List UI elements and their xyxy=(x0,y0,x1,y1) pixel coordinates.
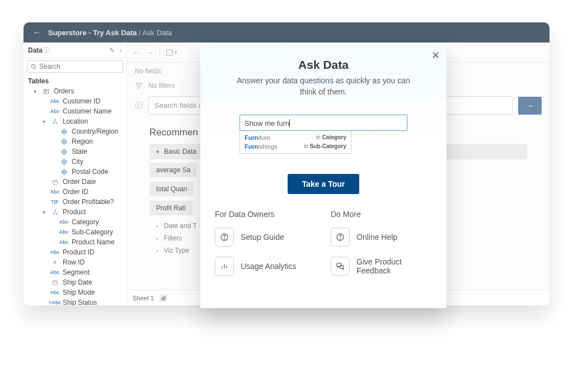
field-label: Customer Name xyxy=(63,107,111,115)
svg-rect-35 xyxy=(162,298,163,300)
field-category[interactable]: AbcCategory xyxy=(24,217,126,227)
close-button[interactable]: ✕ xyxy=(431,49,440,62)
abc-icon: Abc xyxy=(50,189,59,195)
field-customer-id[interactable]: AbcCustomer ID xyxy=(24,96,126,106)
field-sub-category[interactable]: AbcSub-Category xyxy=(24,227,126,237)
svg-point-44 xyxy=(340,238,340,239)
field-product-name[interactable]: AbcProduct Name xyxy=(24,237,126,247)
no-filters-label: No filters xyxy=(148,82,175,89)
field-product-id[interactable]: AbcProduct ID xyxy=(24,247,126,257)
tf-icon: T|F xyxy=(50,199,59,205)
globe-icon xyxy=(59,149,68,155)
field-label: Customer ID xyxy=(63,97,100,105)
edit-icon[interactable]: ✎ xyxy=(109,46,115,54)
back-arrow-icon[interactable]: ← xyxy=(32,28,41,37)
collapse-pane-icon[interactable]: ‹ xyxy=(120,46,122,54)
chevron-right-icon: › xyxy=(156,223,158,229)
field-label: Region xyxy=(72,138,93,145)
cal-icon xyxy=(50,179,59,185)
breadcrumb-sub: Ask Data xyxy=(143,29,172,37)
link-label: Give Product Feedback xyxy=(356,257,432,275)
chevron-right-icon: › xyxy=(156,235,158,242)
field-location[interactable]: ▾Location xyxy=(24,116,126,126)
svg-point-0 xyxy=(31,64,35,68)
field-label: State xyxy=(72,148,87,155)
titlebar: ← Superstore - Try Ask Data / Ask Data xyxy=(24,22,549,42)
suggestion-item[interactable]: Furniturein Category xyxy=(245,133,346,142)
field-label: Row ID xyxy=(63,258,84,266)
help-icon xyxy=(215,228,234,247)
do-more-column: Do More Online HelpGive Product Feedback xyxy=(331,210,432,286)
field-postal-code[interactable]: Postal Code xyxy=(24,167,126,177)
calcabc-icon: =Abc xyxy=(50,300,59,305)
breadcrumb-main[interactable]: Superstore - Try Ask Data xyxy=(48,29,137,37)
modal-subtitle: Answer your data questions as quickly as… xyxy=(237,75,410,98)
feedback-icon xyxy=(331,257,350,276)
hier-icon xyxy=(50,119,59,125)
field-order-date[interactable]: Order Date xyxy=(24,177,126,187)
link-label: Setup Guide xyxy=(241,233,284,242)
nav-forward-icon[interactable]: → xyxy=(146,48,154,57)
chevron-right-icon: › xyxy=(156,247,158,254)
abc-icon: Abc xyxy=(50,270,59,275)
svg-rect-23 xyxy=(53,180,57,184)
field-country-region[interactable]: Country/Region xyxy=(24,126,126,136)
table-icon xyxy=(41,88,50,95)
field-label: Product ID xyxy=(63,248,95,256)
nav-back-icon[interactable]: ← xyxy=(133,48,140,57)
caret-icon: ▾ xyxy=(43,119,47,125)
link-setup-guide[interactable]: Setup Guide xyxy=(215,228,316,247)
sidebar-search-input[interactable] xyxy=(39,63,119,70)
tables-header: Tables xyxy=(24,75,126,86)
abc-icon: Abc xyxy=(50,108,59,114)
column-title: Do More xyxy=(331,210,432,219)
link-label: Usage Analytics xyxy=(241,262,297,271)
for-data-owners-column: For Data Owners Setup GuideUsage Analyti… xyxy=(215,210,316,286)
viz-picker-icon[interactable]: ▾ xyxy=(166,49,177,56)
link-usage-analytics[interactable]: Usage Analytics xyxy=(215,257,316,276)
field-product[interactable]: ▾Product xyxy=(24,207,126,217)
help-icon xyxy=(331,228,350,247)
abc-icon: Abc xyxy=(59,219,68,225)
field-ship-status[interactable]: =AbcShip Status xyxy=(24,297,126,305)
info-icon[interactable]: ⓘ xyxy=(44,46,50,54)
field-row-id[interactable]: #Row ID xyxy=(24,257,126,267)
sheet-tab[interactable]: Sheet 1 xyxy=(133,295,154,301)
field-segment[interactable]: AbcSegment xyxy=(24,267,126,277)
field-ship-mode[interactable]: AbcShip Mode xyxy=(24,287,126,297)
svg-point-27 xyxy=(54,210,55,211)
arrow-right-icon: → xyxy=(526,101,534,110)
field-region[interactable]: Region xyxy=(24,136,126,147)
hier-icon xyxy=(50,209,59,215)
column-title: For Data Owners xyxy=(215,210,316,219)
field-ship-date[interactable]: Ship Date xyxy=(24,277,126,287)
field-city[interactable]: City xyxy=(24,157,126,167)
field-order-id[interactable]: AbcOrder ID xyxy=(24,187,126,197)
field-label: Ship Mode xyxy=(63,289,95,296)
field-state[interactable]: State xyxy=(24,147,126,157)
field-label: Product xyxy=(63,208,86,216)
add-viz-icon[interactable] xyxy=(159,294,167,302)
recommendation-pill[interactable]: average Sa xyxy=(149,163,197,177)
link-give-product-feedback[interactable]: Give Product Feedback xyxy=(331,257,432,276)
filter-icon[interactable] xyxy=(135,82,143,89)
field-label: Order ID xyxy=(63,188,88,196)
field-orders[interactable]: ▾Orders xyxy=(24,86,126,96)
recommendation-pill[interactable]: total Quan xyxy=(149,182,194,196)
field-customer-name[interactable]: AbcCustomer Name xyxy=(24,106,126,116)
field-order-profitable-[interactable]: T|FOrder Profitable? xyxy=(24,197,126,207)
recommendation-pill[interactable]: Profit Rati xyxy=(149,201,192,215)
chevron-down-icon: ▾ xyxy=(156,148,159,155)
info-icon[interactable]: ⓘ xyxy=(135,101,143,111)
link-online-help[interactable]: Online Help xyxy=(331,228,432,247)
globe-icon xyxy=(59,139,68,145)
globe-icon xyxy=(59,129,68,135)
sidebar-search[interactable] xyxy=(27,60,123,73)
field-label: Category xyxy=(72,218,99,226)
field-label: City xyxy=(72,158,83,166)
take-a-tour-button[interactable]: Take a Tour xyxy=(288,174,360,194)
submit-button[interactable]: → xyxy=(518,97,542,115)
field-label: Country/Region xyxy=(72,127,118,135)
suggestion-item[interactable]: Furnishingsin Sub-Category xyxy=(245,142,346,151)
abc-icon: Abc xyxy=(59,229,68,235)
